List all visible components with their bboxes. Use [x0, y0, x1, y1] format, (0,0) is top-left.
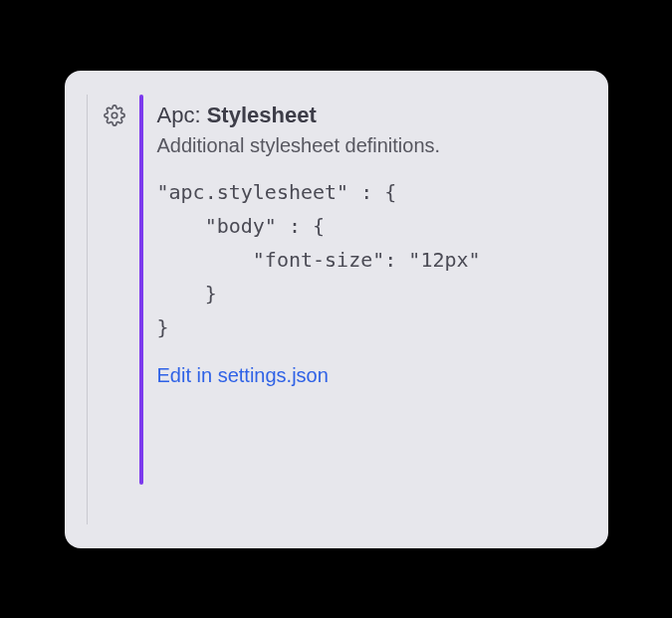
content-row: Apc: Stylesheet Additional stylesheet de…: [87, 95, 586, 524]
edit-in-settings-link[interactable]: Edit in settings.json: [157, 364, 329, 386]
gear-icon[interactable]: [104, 104, 125, 126]
setting-title-prefix: Apc:: [157, 103, 201, 127]
setting-title: Apc: Stylesheet: [157, 103, 586, 128]
gear-column: [104, 95, 125, 524]
setting-description: Additional stylesheet definitions.: [157, 134, 586, 157]
main-column: Apc: Stylesheet Additional stylesheet de…: [157, 95, 586, 524]
left-divider: [87, 95, 88, 524]
setting-code: "apc.stylesheet" : { "body" : { "font-si…: [157, 175, 586, 344]
setting-title-name: Stylesheet: [207, 103, 317, 127]
svg-point-0: [112, 112, 117, 118]
accent-bar: [139, 95, 143, 485]
settings-card: Apc: Stylesheet Additional stylesheet de…: [65, 71, 608, 548]
